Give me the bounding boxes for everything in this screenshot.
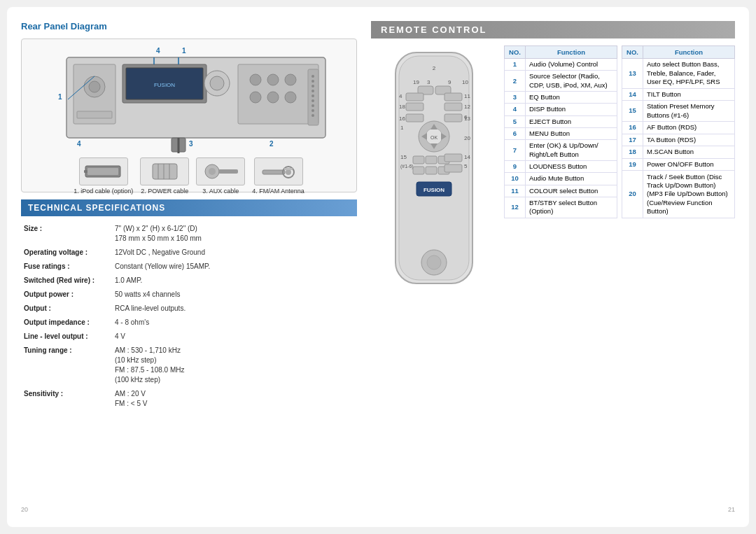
function-no: 7 (505, 140, 526, 161)
accessory-antenna: 4. FM/AM Antenna (252, 157, 304, 195)
svg-point-32 (312, 104, 314, 107)
accessory-ipod-image (79, 157, 128, 185)
fn-table-right-fn-header: Function (643, 46, 735, 59)
function-no: 17 (622, 134, 643, 146)
svg-point-47 (209, 168, 216, 175)
function-table-left: NO. Function 1Audio (Volume) Control2Sou… (504, 45, 617, 218)
svg-text:20: 20 (464, 135, 470, 141)
accessory-aux: 3. AUX cable (196, 157, 245, 195)
function-no: 14 (622, 88, 643, 101)
accessory-power: 2. POWER cable (140, 157, 189, 195)
function-tables-row: NO. Function 1Audio (Volume) Control2Sou… (504, 45, 735, 218)
left-panel: Rear Panel Diagram 1 4 1 4 3 2 (21, 21, 357, 513)
function-no: 13 (622, 59, 643, 89)
spec-row: Switched (Red wire) :1.0 AMP. (21, 274, 357, 288)
accessory-ipod-label: 1. iPod cable (option) (74, 188, 133, 195)
svg-text:15: 15 (400, 154, 407, 160)
svg-rect-92 (426, 167, 437, 174)
function-desc: EQ Button (526, 92, 617, 104)
spec-value: 1.0 AMP. (112, 274, 357, 288)
accessory-power-image (140, 157, 189, 185)
spec-label: Tuning range : (21, 344, 112, 387)
function-no: 5 (505, 115, 526, 127)
svg-rect-94 (444, 164, 462, 172)
svg-point-22 (285, 92, 296, 103)
svg-text:FUSION: FUSION (154, 82, 175, 88)
svg-rect-51 (284, 168, 293, 170)
function-row: 17TA Button (RDS) (622, 134, 735, 146)
function-no: 20 (622, 171, 643, 218)
svg-point-9 (89, 81, 100, 92)
accessory-antenna-label: 4. FM/AM Antenna (252, 188, 304, 195)
function-row: 2Source Selector (Radio, CDP, USB, iPod,… (505, 71, 617, 92)
fn-table-left-no-header: NO. (505, 46, 526, 59)
svg-text:4: 4 (399, 93, 402, 99)
function-table-right: NO. Function 13Auto select Button Bass, … (622, 45, 735, 218)
svg-point-30 (312, 94, 314, 97)
svg-point-20 (250, 92, 261, 103)
svg-rect-25 (308, 69, 318, 125)
function-row: 19Power ON/OFF Button (622, 158, 735, 171)
svg-text:(#1-6): (#1-6) (400, 164, 414, 169)
spec-value: 4 V (112, 330, 357, 344)
svg-rect-87 (413, 156, 424, 164)
svg-point-19 (285, 74, 296, 85)
accessories-row: 1. iPod cable (option) 2. POWER cable 3.… (74, 157, 304, 195)
spec-row: Size :7" (W) x 2" (H) x 6-1/2" (D) 178 m… (21, 222, 357, 246)
function-desc: COLOUR select Button (526, 185, 617, 197)
function-desc: Audio Mute Button (526, 173, 617, 185)
function-desc: TA Button (RDS) (643, 134, 735, 146)
accessory-power-label: 2. POWER cable (141, 188, 188, 195)
svg-rect-41 (153, 164, 177, 179)
svg-point-34 (312, 114, 314, 117)
function-no: 19 (622, 158, 643, 171)
remote-area: 2 19 3 9 10 4 18 11 12 6 (371, 45, 735, 499)
function-row: 7Enter (OK) & Up/Down/ Right/Left Button (505, 140, 617, 161)
svg-rect-68 (406, 103, 424, 111)
spec-label: Sensitivity : (21, 387, 112, 411)
function-row: 10Audio Mute Button (505, 173, 617, 185)
svg-rect-91 (413, 167, 424, 174)
spec-row: Output :RCA line-level outputs. (21, 302, 357, 316)
svg-text:13: 13 (464, 115, 470, 122)
svg-rect-48 (262, 170, 285, 174)
svg-text:5: 5 (464, 163, 468, 169)
remote-control-header: REMOTE CONTROL (371, 21, 735, 38)
spec-value: 4 - 8 ohm's (112, 316, 357, 330)
svg-rect-72 (406, 114, 424, 122)
function-no: 2 (505, 71, 526, 92)
svg-point-21 (267, 92, 279, 103)
spec-value: 12Volt DC , Negative Ground (112, 246, 357, 260)
svg-rect-88 (426, 156, 437, 164)
function-row: 9LOUDNESS Button (505, 161, 617, 173)
rear-panel-diagram: 1 4 1 4 3 2 FUSION (21, 38, 357, 192)
function-no: 18 (622, 146, 643, 159)
function-desc: Power ON/OFF Button (643, 158, 735, 171)
spec-value: AM : 20 V FM : < 5 V (112, 387, 357, 411)
spec-label: Line - level output : (21, 330, 112, 344)
spec-row: Fuse ratings :Constant (Yellow wire) 15A… (21, 260, 357, 274)
spec-label: Output impedance : (21, 316, 112, 330)
function-desc: DISP Button (526, 104, 617, 115)
spec-row: Output impedance :4 - 8 ohm's (21, 316, 357, 330)
svg-rect-69 (444, 103, 462, 111)
svg-point-26 (312, 75, 314, 78)
svg-point-50 (286, 169, 291, 175)
svg-text:14: 14 (464, 154, 470, 160)
function-desc: Enter (OK) & Up/Down/ Right/Left Button (526, 140, 617, 161)
spec-label: Size : (21, 222, 112, 246)
svg-point-31 (312, 99, 314, 102)
function-row: 16AF Button (RDS) (622, 122, 735, 134)
svg-text:18: 18 (399, 104, 405, 110)
spec-row: Tuning range :AM : 530 - 1,710 kHz (10 k… (21, 344, 357, 387)
function-desc: Source Selector (Radio, CDP, USB, iPod, … (526, 71, 617, 92)
function-desc: Track / Seek Button (Disc Track Up/Down … (643, 171, 735, 218)
svg-rect-39 (88, 168, 118, 175)
svg-text:FUSION: FUSION (424, 187, 444, 193)
function-row: 15Station Preset Memory Buttons (#1-6) (622, 101, 735, 122)
function-desc: MENU Button (526, 128, 617, 140)
svg-rect-16 (238, 64, 318, 124)
function-row: 3EQ Button (505, 92, 617, 104)
spec-row: Sensitivity :AM : 20 V FM : < 5 V (21, 387, 357, 411)
accessory-aux-image (196, 157, 245, 185)
